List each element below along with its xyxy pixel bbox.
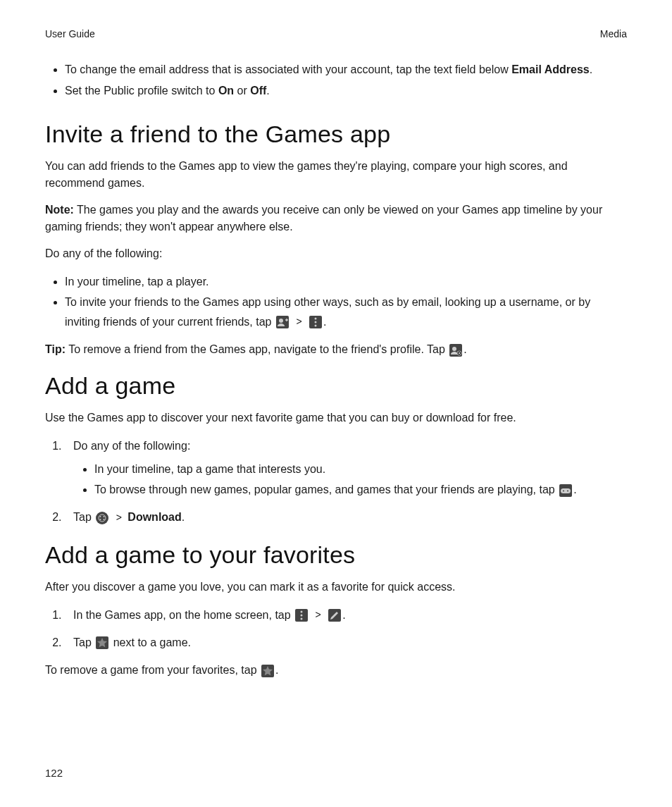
svg-point-0 (279, 319, 283, 323)
heading-invite-friend: Invite a friend to the Games app (45, 121, 627, 148)
svg-point-11 (100, 516, 101, 517)
text: Do any of the following: (73, 440, 190, 452)
header-right: Media (600, 28, 627, 39)
list-item: Set the Public profile switch to On or O… (65, 82, 627, 100)
paragraph: Use the Games app to discover your next … (45, 409, 627, 426)
svg-point-17 (301, 618, 303, 620)
svg-point-9 (97, 512, 108, 524)
more-vertical-icon (295, 609, 308, 622)
page-header: User Guide Media (45, 28, 627, 39)
gamepad-icon (559, 484, 572, 497)
svg-point-14 (104, 519, 105, 520)
list-item: Tap > Download. (65, 507, 627, 526)
text: . (266, 85, 269, 97)
heading-add-favorite: Add a game to your favorites (45, 541, 627, 569)
edit-icon (328, 609, 341, 622)
separator: > (116, 510, 122, 526)
separator: > (316, 607, 321, 624)
separator: > (296, 314, 301, 331)
star-outline-icon (96, 636, 108, 649)
list-item: To invite your friends to the Games app … (65, 292, 627, 331)
page-number: 122 (45, 767, 63, 779)
remove-friend-icon (449, 344, 462, 357)
heading-add-game: Add a game (45, 372, 627, 400)
text: To remove a game from your favorites, ta… (45, 664, 260, 676)
list-item: Tap next to a game. (65, 633, 627, 652)
svg-point-13 (100, 519, 101, 520)
text: To invite your friends to the Games app … (65, 296, 590, 327)
bold-text: Email Address (511, 63, 590, 75)
svg-point-3 (315, 325, 317, 327)
list-item: In your timeline, tap a game that intere… (94, 460, 627, 479)
note-label: Note: (45, 204, 74, 216)
list-item: In the Games app, on the home screen, ta… (65, 605, 627, 624)
tip-label: Tip: (45, 343, 66, 355)
app-world-icon (96, 512, 108, 524)
svg-point-7 (563, 490, 564, 491)
text: . (275, 664, 278, 676)
bold-text: On (218, 85, 234, 97)
text: . (182, 511, 185, 523)
intro-bullet-list: To change the email address that is asso… (45, 61, 627, 99)
text: Tap (73, 511, 94, 523)
svg-point-8 (567, 490, 568, 491)
text: . (323, 316, 326, 328)
text: Set the Public profile switch to (65, 85, 218, 97)
numbered-list: In the Games app, on the home screen, ta… (45, 605, 627, 652)
svg-point-4 (452, 347, 456, 351)
text: To browse through new games, popular gam… (94, 483, 558, 495)
svg-point-1 (315, 318, 317, 320)
list-item: To browse through new games, popular gam… (94, 480, 627, 499)
text: or (234, 85, 250, 97)
paragraph: To remove a game from your favorites, ta… (45, 662, 627, 679)
header-left: User Guide (45, 28, 95, 39)
text: The games you play and the awards you re… (45, 204, 602, 233)
bold-text: Off (250, 85, 266, 97)
list-item: In your timeline, tap a player. (65, 272, 627, 291)
svg-point-2 (315, 321, 317, 324)
text: . (590, 63, 592, 75)
text: To change the email address that is asso… (65, 63, 511, 75)
svg-point-12 (104, 516, 105, 517)
text: next to a game. (110, 636, 191, 648)
tip-paragraph: Tip: To remove a friend from the Games a… (45, 341, 627, 358)
paragraph: You can add friends to the Games app to … (45, 158, 627, 192)
bullet-list: In your timeline, tap a player. To invit… (45, 272, 627, 331)
document-page: User Guide Media To change the email add… (0, 0, 672, 807)
numbered-list: Do any of the following: In your timelin… (45, 436, 627, 527)
note-paragraph: Note: The games you play and the awards … (45, 202, 627, 235)
list-item: To change the email address that is asso… (65, 61, 627, 79)
add-friend-icon (276, 316, 289, 328)
text: Tap (73, 636, 94, 648)
text: . (463, 343, 466, 355)
svg-rect-6 (561, 488, 571, 493)
bold-text: Download (127, 511, 181, 523)
more-vertical-icon (309, 316, 322, 328)
text: In the Games app, on the home screen, ta… (73, 609, 294, 621)
paragraph: Do any of the following: (45, 245, 627, 262)
paragraph: After you discover a game you love, you … (45, 579, 627, 596)
svg-point-15 (301, 611, 303, 613)
text: . (573, 483, 576, 495)
text: To remove a friend from the Games app, n… (66, 343, 448, 355)
star-filled-icon (261, 665, 274, 677)
list-item: Do any of the following: In your timelin… (65, 436, 627, 500)
text: . (342, 609, 345, 621)
svg-point-16 (301, 615, 303, 617)
